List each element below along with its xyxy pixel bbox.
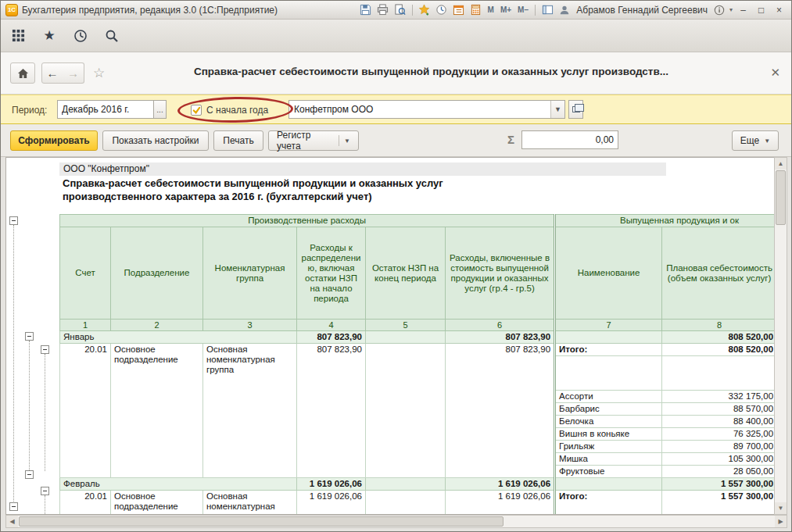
product-value[interactable]: 88 570,00 xyxy=(662,403,776,416)
col-header-account[interactable]: Счет xyxy=(60,227,111,320)
show-settings-button[interactable]: Показать настройки xyxy=(102,130,209,151)
col-number[interactable]: 8 xyxy=(662,320,776,331)
product-name[interactable]: Мишка xyxy=(555,453,662,466)
close-form-button[interactable]: ✕ xyxy=(770,66,780,80)
product-value[interactable]: 332 175,00 xyxy=(662,391,776,403)
account-cell[interactable]: 20.01 xyxy=(60,344,111,478)
current-user-name[interactable]: Абрамов Геннадий Сергеевич xyxy=(576,5,708,16)
month-label[interactable]: Февраль xyxy=(60,478,297,491)
product-name[interactable]: Вишня в коньяке xyxy=(555,428,662,441)
favorites-icon[interactable]: ★ xyxy=(41,28,57,44)
period-choose-button[interactable]: ... xyxy=(154,100,167,119)
month-included[interactable]: 807 823,90 xyxy=(446,331,555,344)
sections-menu-icon[interactable] xyxy=(10,28,26,44)
sum-field[interactable] xyxy=(521,130,618,149)
total-label-cell[interactable]: Итого: xyxy=(555,491,662,516)
section-output-products[interactable]: Выпущенная продукция и ок xyxy=(555,215,776,227)
month-included[interactable]: 1 619 026,06 xyxy=(446,478,555,491)
vertical-scroll-thumb[interactable] xyxy=(776,170,786,225)
month-wip[interactable] xyxy=(366,478,446,491)
info-icon[interactable] xyxy=(712,3,726,17)
month-expenses[interactable]: 1 619 026,06 xyxy=(297,478,366,491)
account-cell[interactable]: 20.01 xyxy=(60,491,111,516)
col-number[interactable]: 3 xyxy=(203,320,297,331)
product-value[interactable]: 89 700,00 xyxy=(662,441,776,453)
col-header-wip-balance[interactable]: Остаток НЗП на конец периода xyxy=(366,227,446,320)
scroll-left-icon[interactable]: ◀ xyxy=(6,516,18,527)
print-button[interactable]: Печать xyxy=(213,130,263,151)
ytd-checkbox-label[interactable]: С начала года xyxy=(206,105,268,116)
memory-recall-button[interactable]: M xyxy=(486,5,496,14)
scroll-up-icon[interactable]: ▲ xyxy=(775,158,787,170)
ytd-checkbox[interactable] xyxy=(191,105,202,116)
col-header-nomenclature-group[interactable]: Номенклатурная группа xyxy=(203,227,297,320)
minimize-button[interactable]: – xyxy=(736,3,751,17)
calendar-icon[interactable] xyxy=(452,3,466,17)
collapse-toggle-february-account[interactable] xyxy=(41,487,49,495)
collapse-toggle-february[interactable] xyxy=(25,470,34,479)
organization-combo[interactable]: Конфетпром ООО ▼ xyxy=(288,100,565,119)
col-number[interactable]: 1 xyxy=(60,320,111,331)
month-planned[interactable]: 1 557 300,00 xyxy=(662,478,776,491)
collapse-toggle-january[interactable] xyxy=(25,332,34,341)
collapse-toggle-report[interactable] xyxy=(9,216,18,225)
scroll-down-icon[interactable]: ▼ xyxy=(775,502,787,514)
register-menu-button[interactable]: Регистр учета ▼ xyxy=(268,130,359,151)
included-cell[interactable]: 1 619 026,06 xyxy=(446,491,555,516)
month-wip[interactable] xyxy=(366,331,446,344)
favorite-star-icon[interactable]: ☆ xyxy=(93,65,105,81)
expenses-cell[interactable]: 1 619 026,06 xyxy=(297,491,366,516)
memory-minus-button[interactable]: M− xyxy=(516,5,530,14)
open-organization-button[interactable] xyxy=(568,100,583,119)
vertical-scrollbar[interactable]: ▲ ▼ xyxy=(774,157,787,515)
section-production-expenses[interactable]: Производственные расходы xyxy=(60,215,555,227)
wip-cell[interactable] xyxy=(366,491,446,516)
company-cell[interactable]: ООО "Конфетпром" xyxy=(59,162,666,176)
col-header-included-expenses[interactable]: Расходы, включенные в стоимость выпущенн… xyxy=(446,227,555,320)
period-input[interactable] xyxy=(57,100,154,119)
spacer-cell[interactable] xyxy=(555,356,662,391)
collapse-toggle-january-account[interactable] xyxy=(41,345,49,354)
add-favorite-star-icon[interactable] xyxy=(418,3,432,17)
spacer-cell[interactable] xyxy=(662,356,776,391)
col-number[interactable]: 4 xyxy=(297,320,366,331)
more-button[interactable]: Еще ▼ xyxy=(732,130,779,151)
save-icon[interactable] xyxy=(359,3,373,17)
col-header-department[interactable]: Подразделение xyxy=(111,227,203,320)
memory-plus-button[interactable]: M+ xyxy=(499,5,513,14)
product-name[interactable]: Грильяж xyxy=(555,441,662,453)
horizontal-scroll-thumb[interactable] xyxy=(19,516,504,527)
wip-cell[interactable] xyxy=(366,344,446,478)
print-icon[interactable] xyxy=(376,3,390,17)
nomenclature-group-cell[interactable]: Основная номенклатурная группа xyxy=(203,491,297,516)
month-name-cell[interactable] xyxy=(555,478,662,491)
col-number[interactable]: 5 xyxy=(366,320,446,331)
horizontal-scrollbar[interactable]: ◀ ▶ xyxy=(5,515,787,528)
product-name[interactable]: Белочка xyxy=(555,416,662,428)
department-cell[interactable]: Основное подразделение xyxy=(111,344,203,478)
month-label[interactable]: Январь xyxy=(60,331,297,344)
product-name[interactable]: Ассорти xyxy=(555,391,662,403)
generate-button[interactable]: Сформировать xyxy=(10,130,98,151)
info-dropdown-icon[interactable]: ▾ xyxy=(729,6,733,13)
total-label-cell[interactable]: Итого: xyxy=(555,344,662,356)
search-icon[interactable] xyxy=(104,28,120,44)
forward-button[interactable]: → xyxy=(63,62,84,84)
total-value-cell[interactable]: 808 520,00 xyxy=(662,344,776,356)
col-number[interactable]: 2 xyxy=(111,320,203,331)
collapse-toggle-bottom[interactable] xyxy=(9,502,18,511)
back-button[interactable]: ← xyxy=(41,62,63,84)
month-name-cell[interactable] xyxy=(555,331,662,344)
panels-icon[interactable] xyxy=(540,3,554,17)
product-name[interactable]: Фруктовые xyxy=(555,466,662,478)
col-number[interactable]: 6 xyxy=(446,320,555,331)
home-button[interactable] xyxy=(10,62,35,84)
close-window-button[interactable]: × xyxy=(772,3,787,17)
month-planned[interactable]: 808 520,00 xyxy=(662,331,776,344)
month-expenses[interactable]: 807 823,90 xyxy=(297,331,366,344)
maximize-button[interactable]: □ xyxy=(754,3,769,17)
scroll-right-icon[interactable]: ▶ xyxy=(775,516,787,527)
total-value-cell[interactable]: 1 557 300,00 xyxy=(662,491,776,516)
product-value[interactable]: 76 325,00 xyxy=(662,428,776,441)
product-value[interactable]: 88 400,00 xyxy=(662,416,776,428)
